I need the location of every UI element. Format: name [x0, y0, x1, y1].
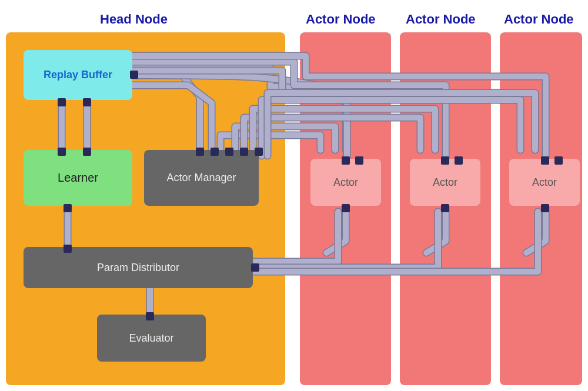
actor1-pin-top-right — [355, 156, 363, 165]
actor1-pin-top-left — [342, 156, 350, 165]
evaluator-pin-top — [146, 312, 154, 320]
actor-2-label: Actor — [433, 176, 457, 189]
replay-buffer-pin-bottom-left — [58, 98, 66, 106]
param-dist-pin-top — [64, 245, 72, 253]
actor-node-3-label: Actor Node — [504, 12, 574, 27]
actor-manager-box: Actor Manager — [144, 150, 259, 206]
replay-buffer-box: Replay Buffer — [24, 50, 132, 100]
actor-manager-pin-top-5 — [255, 148, 263, 156]
actor-node-1-label: Actor Node — [306, 12, 376, 27]
actor-1-box: Actor — [310, 159, 381, 206]
actor1-pin-bottom — [342, 204, 350, 212]
param-distributor-label: Param Distributor — [97, 262, 179, 274]
actor-3-box: Actor — [509, 159, 580, 206]
replay-buffer-pin-bottom-right — [83, 98, 91, 106]
actor-1-label: Actor — [333, 176, 358, 189]
learner-pin-top-right — [83, 148, 91, 156]
learner-pin-bottom — [64, 204, 72, 212]
actor3-pin-bottom — [541, 204, 549, 212]
actor-2-box: Actor — [410, 159, 480, 206]
replay-buffer-pin-right — [130, 71, 138, 79]
actor-manager-pin-top-2 — [211, 148, 219, 156]
actor-manager-label: Actor Manager — [166, 172, 236, 184]
actor-manager-pin-top-4 — [240, 148, 248, 156]
evaluator-box: Evaluator — [97, 315, 206, 362]
actor-3-label: Actor — [532, 176, 557, 189]
actor2-pin-bottom — [441, 204, 449, 212]
actor2-pin-top-left — [441, 156, 449, 165]
replay-buffer-label: Replay Buffer — [44, 69, 112, 81]
learner-box: Learner — [24, 150, 132, 206]
actor-manager-pin-top-1 — [196, 148, 204, 156]
learner-label: Learner — [58, 171, 98, 185]
learner-pin-top-left — [58, 148, 66, 156]
param-distributor-box: Param Distributor — [24, 247, 253, 288]
evaluator-label: Evaluator — [129, 332, 173, 345]
actor-manager-pin-top-3 — [225, 148, 233, 156]
actor3-pin-top-right — [554, 156, 563, 165]
actor2-pin-top-right — [455, 156, 463, 165]
head-node-label: Head Node — [100, 12, 168, 27]
actor-node-2-label: Actor Node — [406, 12, 476, 27]
actor3-pin-top-left — [541, 156, 549, 165]
param-dist-pin-right — [251, 263, 259, 272]
diagram-container: Head Node Actor Node Actor Node Actor No… — [0, 0, 588, 391]
